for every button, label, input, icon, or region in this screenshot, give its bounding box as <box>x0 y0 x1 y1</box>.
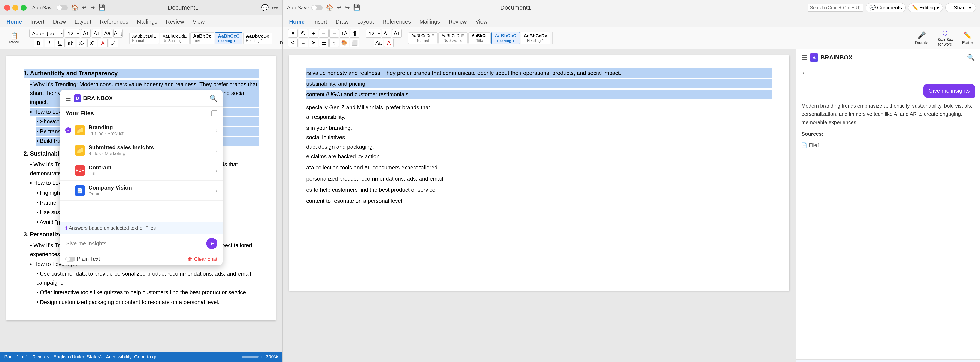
tab-home[interactable]: Home <box>2 17 26 27</box>
tab-mailings[interactable]: Mailings <box>132 17 161 27</box>
tab-draw[interactable]: Draw <box>49 17 70 27</box>
bb-menu-icon[interactable]: ☰ <box>65 95 71 102</box>
file-item-sales[interactable]: 📁 Submitted sales insights 8 files · Mar… <box>60 140 223 160</box>
tab-insert[interactable]: Insert <box>26 17 49 27</box>
bb-sidebar-search-icon[interactable]: 🔍 <box>967 54 975 61</box>
clear-format-btn[interactable]: A⬚ <box>113 29 123 38</box>
right-tab-insert[interactable]: Insert <box>309 17 331 27</box>
right-tab-review[interactable]: Review <box>444 17 471 27</box>
right-redo-icon[interactable]: ↪ <box>345 4 350 11</box>
align-right-btn[interactable]: ⫸ <box>309 38 318 47</box>
subscript-button[interactable]: X₂ <box>77 39 86 48</box>
line-spacing-btn[interactable]: ↕ <box>329 38 339 47</box>
right-style-heading1[interactable]: AaBbCcC Heading 1 <box>492 32 520 44</box>
multilevel-list-btn[interactable]: ⊞ <box>309 29 318 38</box>
close-button[interactable] <box>4 5 10 11</box>
redo-icon[interactable]: ↪ <box>90 4 95 11</box>
right-style-normal[interactable]: AaBbCcDdE Normal <box>408 32 438 44</box>
superscript-button[interactable]: X² <box>88 39 97 48</box>
more-icon[interactable]: ••• <box>272 4 278 11</box>
bullet-list-btn[interactable]: ≡ <box>288 29 298 38</box>
tab-review[interactable]: Review <box>161 17 188 27</box>
sort-btn[interactable]: ↕A <box>340 29 349 38</box>
right-doc-container[interactable]: rs value honesty and realness. They pref… <box>283 49 796 362</box>
bb-input-field[interactable] <box>65 238 204 249</box>
right-tab-home[interactable]: Home <box>285 17 309 27</box>
zoom-out-btn[interactable]: − <box>237 354 240 360</box>
strikethrough-button[interactable]: ab <box>66 39 75 48</box>
right-search-input[interactable] <box>808 4 863 11</box>
align-left-btn[interactable]: ⫷ <box>288 38 298 47</box>
bb-search-icon[interactable]: 🔍 <box>210 95 217 102</box>
style-no-spacing[interactable]: AaBbCcDdE No Spacing <box>160 33 189 44</box>
branding-checkbox[interactable]: ✓ <box>65 127 71 133</box>
home-icon[interactable]: 🏠 <box>71 4 79 11</box>
save-icon[interactable]: 💾 <box>98 4 105 11</box>
style-heading1[interactable]: AaBbCcC Heading 1 <box>215 32 242 44</box>
borders-btn[interactable]: ⬜ <box>350 38 360 47</box>
bb-sidebar-back-btn[interactable]: ← <box>796 66 980 80</box>
bb-plain-text-switch[interactable] <box>65 257 75 262</box>
right-home-icon[interactable]: 🏠 <box>326 4 333 11</box>
font-increase-btn[interactable]: A↑ <box>81 29 91 38</box>
bold-button[interactable]: B <box>34 39 43 48</box>
zoom-slider[interactable] <box>242 356 259 357</box>
style-heading2[interactable]: AaBbCcDx Heading 2 <box>243 33 272 44</box>
right-editing-btn[interactable]: ✏️ Editing ▾ <box>908 3 943 12</box>
right-font-dec[interactable]: A↓ <box>392 29 402 38</box>
right-brainbox-btn[interactable]: ⬡ BrainBoxfor word <box>934 30 956 47</box>
bb-send-button[interactable]: ➤ <box>206 238 217 249</box>
right-font-color[interactable]: A <box>384 38 394 47</box>
right-share-btn[interactable]: ↑ Share ▾ <box>945 3 976 12</box>
bb-sidebar-menu-icon[interactable]: ☰ <box>802 54 807 61</box>
font-decrease-btn[interactable]: A↓ <box>92 29 101 38</box>
right-clear-format[interactable]: Aa <box>374 38 383 47</box>
paste-button[interactable]: 📋 Paste <box>6 30 23 47</box>
right-style-no-spacing[interactable]: AaBbCcDdE No Spacing <box>438 32 468 44</box>
right-style-heading2[interactable]: AaBbCcDx Heading 2 <box>520 32 550 44</box>
right-doc-page[interactable]: rs value honesty and realness. They pref… <box>289 56 789 291</box>
undo-icon[interactable]: ↩ <box>82 4 87 11</box>
right-tab-mailings[interactable]: Mailings <box>415 17 444 27</box>
right-font-inc[interactable]: A↑ <box>382 29 391 38</box>
font-color-btn[interactable]: A <box>98 39 108 48</box>
autosave-toggle[interactable] <box>57 5 68 11</box>
highlight-btn[interactable]: 🖊 <box>109 39 118 48</box>
font-size-selector[interactable]: 12 <box>65 29 80 38</box>
right-autosave-toggle[interactable] <box>312 5 323 11</box>
bb-files-checkbox[interactable] <box>212 110 217 116</box>
right-dictate-btn[interactable]: 🎤 Dictate <box>912 30 932 47</box>
right-undo-icon[interactable]: ↩ <box>337 4 342 11</box>
right-save-icon[interactable]: 💾 <box>353 4 360 11</box>
right-editor-btn[interactable]: ✏️ Editor <box>959 30 977 47</box>
tab-references[interactable]: References <box>95 17 132 27</box>
minimize-button[interactable] <box>13 5 18 11</box>
style-normal[interactable]: AaBbCcDdE Normal <box>129 33 159 44</box>
indent-less-btn[interactable]: ← <box>329 29 339 38</box>
right-tab-layout[interactable]: Layout <box>353 17 378 27</box>
zoom-in-btn[interactable]: + <box>261 354 263 360</box>
justify-btn[interactable]: ☰ <box>319 38 329 47</box>
right-tab-view[interactable]: View <box>471 17 492 27</box>
font-name-selector[interactable]: Aptos (bo... <box>29 29 64 38</box>
file-item-branding[interactable]: ✓ 📁 Branding 11 files · Product › <box>60 120 223 140</box>
comments-icon[interactable]: 💬 <box>261 4 269 11</box>
right-tab-references[interactable]: References <box>378 17 415 27</box>
right-tab-draw[interactable]: Draw <box>331 17 353 27</box>
tab-view[interactable]: View <box>188 17 209 27</box>
underline-button[interactable]: U <box>55 39 65 48</box>
file-item-contract[interactable]: PDF Contract Pdf › <box>60 160 223 181</box>
pilcrow-btn[interactable]: ¶ <box>350 29 360 38</box>
bb-clear-chat-button[interactable]: 🗑 Clear chat <box>188 256 217 262</box>
right-comments-btn[interactable]: 💬 Comments <box>866 3 906 12</box>
maximize-button[interactable] <box>21 5 27 11</box>
align-center-btn[interactable]: ≡ <box>299 38 308 47</box>
tab-layout[interactable]: Layout <box>70 17 95 27</box>
right-font-size[interactable]: 12 <box>366 29 381 38</box>
shading-btn[interactable]: 🎨 <box>340 38 349 47</box>
num-list-btn[interactable]: ① <box>299 29 308 38</box>
file-item-vision[interactable]: 📄 Company Vision Docx › <box>60 181 223 201</box>
right-style-title[interactable]: AaBbCc Title <box>468 32 491 44</box>
italic-button[interactable]: I <box>45 39 54 48</box>
indent-more-btn[interactable]: → <box>319 29 329 38</box>
